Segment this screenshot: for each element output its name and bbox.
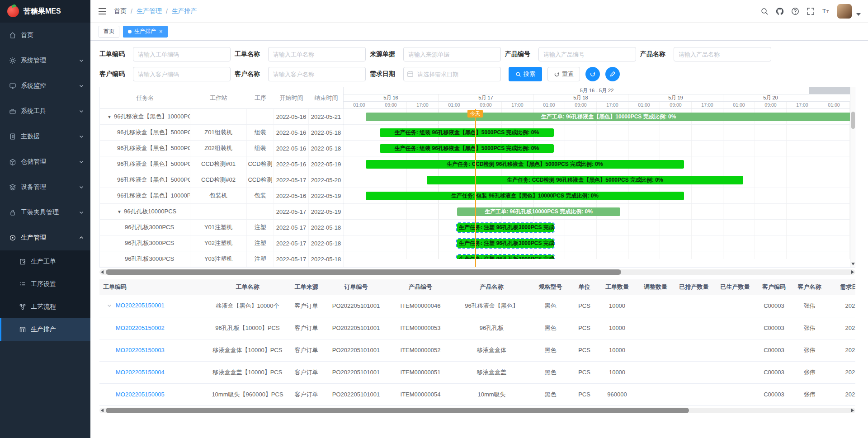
- sidebar-item-process-flow[interactable]: 工艺流程: [0, 296, 90, 318]
- scroll-left-arrow-icon[interactable]: [101, 409, 104, 412]
- hour-cell: 17:00: [502, 102, 533, 108]
- day-cell: 5月 20: [723, 94, 818, 101]
- sidebar-item-master-data[interactable]: 主数据: [0, 124, 90, 149]
- col-produced-qty: 已生产数量: [714, 279, 756, 295]
- scroll-right-arrow-icon[interactable]: [851, 409, 854, 412]
- expand-triangle-icon[interactable]: ▼: [107, 114, 112, 119]
- sidebar-item-label: 设备管理: [21, 183, 46, 191]
- gantt-bar-task[interactable]: 生产任务: CCD检测 96孔移液盒【黑色】5000PCS 完成比例: 0%: [366, 160, 684, 169]
- sidebar-item-production-order[interactable]: 生产工单: [0, 250, 90, 273]
- gantt-horizontal-scrollbar[interactable]: [99, 269, 855, 275]
- gantt-range-slider[interactable]: [809, 87, 850, 94]
- search-icon[interactable]: [760, 7, 769, 15]
- list-icon: [19, 281, 26, 288]
- order-code-link[interactable]: MO202205150001: [116, 302, 165, 309]
- field-label: 工单名称: [235, 50, 263, 58]
- sidebar-item-system-management[interactable]: 系统管理: [0, 48, 90, 73]
- edit-schedule-button[interactable]: [605, 67, 620, 81]
- order-code-link[interactable]: MO202205150003: [116, 347, 165, 353]
- sidebar-item-label: 系统管理: [21, 57, 46, 65]
- scroll-down-arrow-icon[interactable]: [851, 263, 855, 265]
- scrollbar-thumb[interactable]: [106, 269, 621, 275]
- svg-text:T: T: [822, 8, 826, 14]
- gantt-bar-task[interactable]: 生产任务: 包装 96孔移液盒【黑色】10000PCS 完成比例: 0%: [366, 192, 684, 200]
- product-no-input[interactable]: [538, 47, 636, 61]
- sidebar-item-warehouse[interactable]: 仓储管理: [0, 149, 90, 174]
- chevron-down-icon: [79, 58, 84, 63]
- gantt-bar-order[interactable]: 生产工单: 96孔移液盒【黑色】10000PCS 完成比例: 0%: [366, 113, 850, 121]
- help-icon[interactable]: [791, 7, 799, 15]
- today-label: 今天: [467, 110, 483, 118]
- fullscreen-icon[interactable]: [807, 7, 815, 15]
- field-label: 客户编码: [99, 70, 127, 78]
- gantt-task-row: ▼96孔孔板10000PCS 2022-05-17 2022-05-19: [100, 204, 343, 220]
- col-process: 工序: [247, 94, 274, 102]
- sidebar-item-process-settings[interactable]: 工序设置: [0, 273, 90, 296]
- user-avatar[interactable]: [837, 4, 852, 19]
- refresh-icon: [554, 71, 560, 77]
- source-doc-input[interactable]: [403, 47, 501, 61]
- tab-production-scheduling[interactable]: 生产排产 ×: [123, 26, 168, 38]
- sidebar-item-system-monitor[interactable]: 系统监控: [0, 73, 90, 99]
- col-order-qty: 工单数量: [597, 279, 637, 295]
- gantt-bar-task[interactable]: 生产任务: 组装 96孔移液盒【黑色】5000PCS 完成比例: 0%: [380, 144, 554, 153]
- sidebar-item-production[interactable]: 生产管理: [0, 225, 90, 250]
- customer-name-input[interactable]: [268, 67, 366, 81]
- gantt-range-label: 5月 16 - 5月 22: [580, 88, 614, 93]
- breadcrumb-production[interactable]: 生产管理: [137, 7, 162, 15]
- gantt-task-row: 96孔移液盒【黑色】5000PCS CCD检测#01 CCD检测 2022-05…: [100, 156, 343, 172]
- gantt-task-table: 任务名 工作站 工序 开始时间 结束时间 ▼96孔移液盒【黑色】10000PCS…: [100, 87, 344, 267]
- sidebar-item-production-scheduling[interactable]: 生产排产: [0, 318, 90, 341]
- customer-code-input[interactable]: [133, 67, 231, 81]
- chevron-down-icon: [79, 134, 84, 139]
- sidebar-item-fixture[interactable]: 工装夹具管理: [0, 200, 90, 225]
- sidebar-toggle-icon[interactable]: [98, 7, 107, 16]
- sidebar-item-equipment[interactable]: 设备管理: [0, 174, 90, 200]
- document-icon: [9, 133, 16, 140]
- tab-home[interactable]: 首页: [99, 26, 119, 38]
- tab-close-icon[interactable]: ×: [159, 28, 163, 34]
- order-name-input[interactable]: [268, 47, 366, 61]
- sidebar-item-home[interactable]: 首页: [0, 23, 90, 48]
- order-code-input[interactable]: [133, 47, 231, 61]
- gantt-bar-task[interactable]: 生产任务: 组装 96孔移液盒【黑色】5000PCS 完成比例: 0%: [380, 128, 554, 137]
- col-customer-code: 客户编码: [756, 279, 792, 295]
- product-name-input[interactable]: [674, 47, 771, 61]
- demand-date-input[interactable]: [403, 67, 501, 81]
- search-button[interactable]: 搜索: [509, 67, 542, 81]
- field-label: 产品名称: [640, 50, 668, 58]
- col-product-no: 产品编号: [387, 279, 454, 295]
- order-code-link[interactable]: MO202205150002: [116, 325, 165, 331]
- field-label: 产品编号: [505, 50, 533, 58]
- gantt-bar-task-selected[interactable]: 生产任务: 注塑 96孔孔板3000PCS 完成比例: 0%: [457, 255, 554, 259]
- app-logo[interactable]: 苦糖果MES: [0, 0, 90, 23]
- home-icon: [9, 32, 16, 39]
- col-spec: 规格型号: [529, 279, 572, 295]
- refresh-gantt-button[interactable]: [585, 67, 600, 81]
- github-icon[interactable]: [776, 7, 784, 15]
- reset-button[interactable]: 重置: [547, 67, 580, 81]
- scrollbar-thumb[interactable]: [106, 408, 689, 413]
- sidebar-item-label: 生产工单: [31, 258, 56, 266]
- gantt-task-row: ▼96孔移液盒【黑色】10000PCS 2022-05-16 2022-05-2…: [100, 109, 343, 125]
- breadcrumb-home[interactable]: 首页: [114, 7, 127, 15]
- expand-triangle-icon[interactable]: ▼: [117, 209, 122, 214]
- row-expand-chevron-icon[interactable]: [107, 303, 116, 310]
- gantt-bar-task-selected[interactable]: 生产任务: 注塑 96孔孔板3000PCS 完成比例: 0%: [457, 223, 554, 232]
- scroll-left-arrow-icon[interactable]: [101, 270, 104, 274]
- order-code-link[interactable]: MO202205150004: [116, 369, 165, 376]
- order-code-link[interactable]: MO202205150005: [116, 391, 165, 398]
- gantt-vertical-scrollbar[interactable]: [850, 87, 855, 267]
- production-submenu: 生产工单 工序设置 工艺流程 生产排产: [0, 250, 90, 341]
- gantt-bar-task-selected[interactable]: 生产任务: 注塑 96孔孔板3000PCS 完成比例: 0%: [457, 239, 554, 248]
- gantt-bar-order[interactable]: 生产工单: 96孔孔板10000PCS 完成比例: 0%: [457, 207, 620, 216]
- sidebar-item-system-tools[interactable]: 系统工具: [0, 99, 90, 124]
- table-row: MO202205150002 96孔孔板【10000】PCS 客户订单 PO20…: [99, 317, 855, 339]
- orders-horizontal-scrollbar[interactable]: [99, 408, 855, 413]
- gantt-bar-task[interactable]: 生产任务: CCD检测 96孔移液盒【黑色】5000PCS 完成比例: 0%: [427, 176, 743, 184]
- col-order-name: 工单名称: [208, 279, 287, 295]
- scrollbar-thumb[interactable]: [851, 112, 855, 129]
- avatar-caret-icon[interactable]: [856, 13, 861, 16]
- scroll-right-arrow-icon[interactable]: [851, 270, 854, 274]
- font-size-icon[interactable]: TT: [822, 7, 830, 15]
